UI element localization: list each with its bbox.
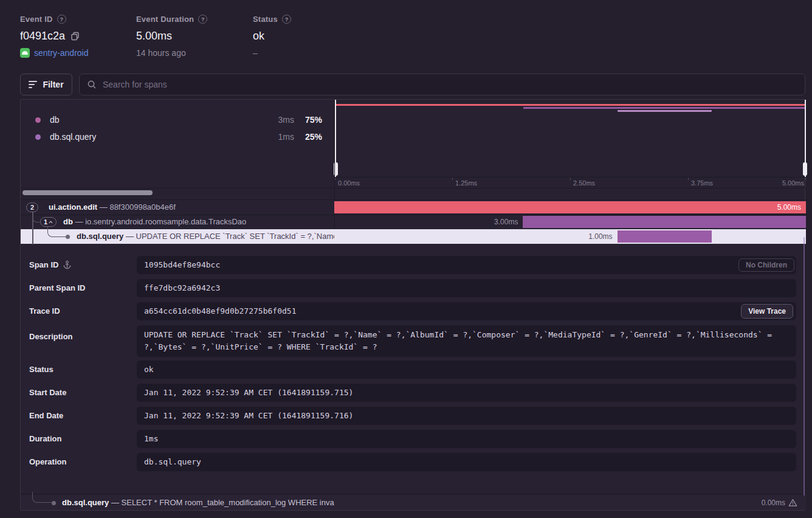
span-op: db.sql.query [62,498,109,507]
span-duration-label: 1.00ms [588,229,612,244]
tree-dot [52,501,56,505]
axis-tick-label: 0.00ms [338,179,360,187]
search-icon [87,80,97,89]
minimap-span-line [335,104,806,106]
chevron-up-icon [49,221,53,224]
help-icon[interactable]: ? [57,15,66,24]
op-color-dot [35,117,41,123]
project-link[interactable]: sentry-android [34,48,89,58]
span-desc: — UPDATE OR REPLACE `Track` SET `TrackId… [126,232,334,241]
divider [21,494,806,494]
android-platform-icon [20,48,30,58]
event-duration-ago: 14 hours ago [136,48,186,58]
detail-scroll-indicator[interactable] [803,237,805,510]
field-label-end-date: End Date [29,411,63,420]
field-value-duration: 1ms [137,430,796,448]
minimap-span-line [523,107,806,109]
field-value-parent-span-id: ffe7dbc92a6942c3 [137,279,796,297]
span-duration-bar[interactable] [618,230,712,243]
span-search [79,74,805,95]
no-children-button: No Children [738,258,794,272]
field-value-status: ok [137,361,796,379]
span-detail-panel: Span ID 1095bd4ef8e94bcc No Children Par… [21,244,805,494]
filter-icon [29,81,37,88]
span-trace-page: Event ID ? f0491c2a sentry-android Event… [0,0,812,518]
time-axis: 0.00ms 1.25ms 2.50ms 3.75ms 5.00ms [335,177,806,188]
axis-tick-label: 5.00ms [782,179,804,187]
legend-duration: 1ms [278,132,294,142]
tree-elbow [32,215,40,223]
span-row-ui-action-edit[interactable]: ui.action.edit — 88f300998a0b4e6f 5.00ms [21,200,806,215]
span-desc: — SELECT * FROM room_table_modification_… [111,498,334,507]
legend-op-name: db.sql.query [50,132,96,142]
field-label-trace-id: Trace ID [29,306,60,316]
copy-icon[interactable] [70,31,80,41]
span-duration-label: 3.00ms [494,215,518,229]
span-row-db-sql-query-selected[interactable]: db.sql.query — UPDATE OR REPLACE `Track`… [21,229,806,244]
event-id-block: Event ID ? f0491c2a sentry-android [20,15,89,58]
axis-tick-label: 2.50ms [573,179,595,187]
field-label-status: Status [29,365,53,374]
axis-tick-label: 1.25ms [455,179,477,187]
view-trace-button[interactable]: View Trace [741,304,793,319]
search-input[interactable] [103,80,797,89]
span-op: ui.action.edit [49,202,97,212]
status-label: Status [253,15,278,24]
status-sub: – [253,48,258,58]
spans-widget: db 3ms 75% db.sql.query 1ms 25% [20,99,805,511]
event-duration-value: 5.00ms [136,30,172,43]
field-label-span-id: Span ID [29,260,58,269]
filter-button-label: Filter [43,80,63,89]
op-color-dot [35,134,41,140]
span-op: db [63,217,73,226]
span-op: db.sql.query [77,232,123,241]
span-duration-label: 0.00ms [762,499,785,507]
divider [21,188,806,188]
tree-elbow [32,492,53,503]
span-duration-bar[interactable] [523,216,806,228]
filter-button[interactable]: Filter [20,74,72,95]
axis-tick-label: 3.75ms [691,179,713,187]
span-desc: — io.sentry.android.roomsample.data.Trac… [75,217,247,226]
children-badge-expanded[interactable]: 1 [40,217,57,227]
event-duration-label: Event Duration [136,15,194,24]
status-block: Status ? ok – [253,15,291,58]
anchor-icon[interactable] [63,260,72,269]
span-row-db-sql-query-select[interactable]: db.sql.query — SELECT * FROM room_table_… [21,496,806,510]
event-id-label: Event ID [20,15,53,24]
legend-row-db-sql-query[interactable]: db.sql.query 1ms 25% [21,128,334,145]
minimap-right-grip[interactable] [803,162,807,176]
span-duration-bar[interactable] [334,201,806,213]
field-value-start-date: Jan 11, 2022 9:52:39 AM CET (1641891159.… [137,384,796,402]
children-badge[interactable]: 2 [26,202,38,212]
span-desc: — 88f300998a0b4e6f [100,202,176,212]
field-label-start-date: Start Date [29,388,66,397]
field-value-span-id: 1095bd4ef8e94bcc [137,256,796,274]
legend-percent: 25% [305,132,322,142]
field-value-operation: db.sql.query [137,453,796,471]
minimap-span-line [618,110,712,112]
field-value-trace-id: a654cc61dc0b48ef9d0b27275b6f0d51 [137,302,796,320]
legend-percent: 75% [305,115,322,125]
tree-dot [66,235,70,239]
legend-duration: 3ms [278,115,294,125]
span-duration-label: 5.00ms [777,200,801,215]
trace-minimap[interactable] [335,100,806,177]
legend-op-name: db [50,115,60,125]
divider [335,177,806,178]
status-value: ok [253,30,264,43]
warning-icon [788,499,797,507]
span-row-db[interactable]: db — io.sentry.android.roomsample.data.T… [21,215,806,229]
help-icon[interactable]: ? [282,15,291,24]
event-id-value: f0491c2a [20,30,65,43]
field-label-duration: Duration [29,434,61,443]
field-label-operation: Operation [29,457,66,466]
field-label-parent-span-id: Parent Span ID [29,283,85,292]
help-icon[interactable]: ? [198,15,207,24]
field-label-description: Description [29,332,73,341]
event-duration-block: Event Duration ? 5.00ms 14 hours ago [136,15,207,58]
horizontal-scrollbar-thumb[interactable] [22,190,153,195]
field-value-end-date: Jan 11, 2022 9:52:39 AM CET (1641891159.… [137,407,796,425]
field-value-description: UPDATE OR REPLACE `Track` SET `TrackId` … [137,325,796,357]
legend-row-db[interactable]: db 3ms 75% [21,111,334,128]
